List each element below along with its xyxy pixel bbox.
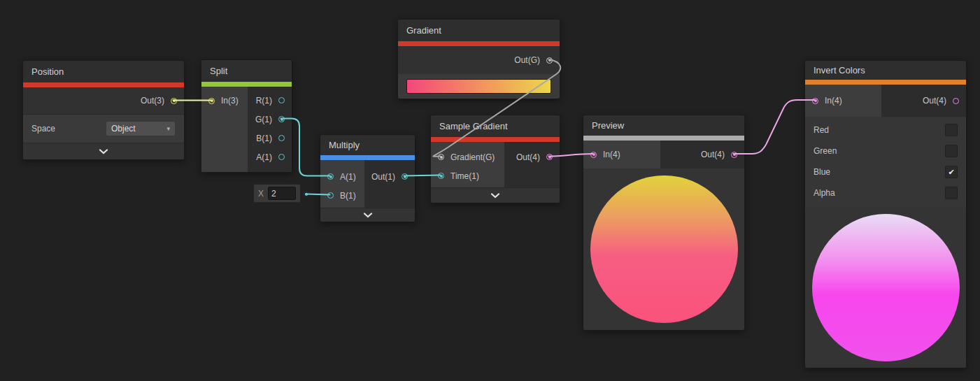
collapse-chevron-icon: [490, 193, 500, 199]
node-title: Position: [31, 66, 64, 77]
slot-label-r: R(1): [256, 96, 272, 106]
node-title-bar[interactable]: Preview: [583, 115, 744, 136]
port-preview-in[interactable]: [590, 152, 597, 158]
collapse-chevron-icon: [99, 149, 108, 154]
port-split-a[interactable]: [278, 154, 285, 160]
node-title-bar[interactable]: Position: [23, 61, 184, 82]
node-sample-gradient[interactable]: Sample Gradient Gradient(G) Time(1) Out(…: [430, 115, 560, 203]
node-invert-colors[interactable]: Invert Colors In(4) Out(4) Red ✔ Green: [804, 60, 967, 368]
port-invertcolors-in[interactable]: [812, 98, 818, 104]
dropdown-arrow-icon: ▾: [159, 125, 170, 132]
node-title: Sample Gradient: [439, 121, 508, 131]
collapse-footer[interactable]: [431, 187, 560, 203]
slot-label-g: G(1): [255, 115, 272, 124]
port-multiply-out[interactable]: [402, 173, 408, 180]
blue-checkbox[interactable]: ✔: [945, 166, 958, 178]
multiply-b-inline-value: X: [253, 184, 301, 203]
node-accent-bar: [320, 155, 415, 160]
space-dropdown[interactable]: Object ▾: [106, 121, 176, 136]
port-samplegradient-out[interactable]: [546, 154, 553, 160]
port-multiply-b[interactable]: [327, 192, 334, 199]
node-gradient[interactable]: Gradient Out(G): [397, 19, 560, 99]
slot-label-outg: Out(G): [514, 55, 540, 65]
node-accent-bar: [23, 82, 184, 87]
port-samplegradient-gradient[interactable]: [438, 154, 444, 160]
port-position-out[interactable]: [171, 98, 177, 104]
port-split-g[interactable]: [278, 116, 285, 122]
preview-sphere-image: [812, 214, 960, 361]
node-accent-bar: [431, 137, 560, 142]
channel-row-red: Red ✔: [805, 120, 966, 141]
node-position[interactable]: Position Out(3) Space Object ▾: [22, 60, 185, 160]
collapse-chevron-icon: [363, 213, 373, 218]
port-split-b[interactable]: [278, 135, 285, 141]
node-title-bar[interactable]: Split: [201, 60, 292, 82]
port-split-in[interactable]: [208, 98, 215, 104]
node-title: Split: [210, 66, 227, 76]
red-checkbox[interactable]: ✔: [945, 124, 958, 136]
slot-label-in4: In(4): [603, 150, 620, 159]
node-title-bar[interactable]: Invert Colors: [805, 61, 966, 80]
port-gradient-out[interactable]: [546, 57, 553, 64]
node-accent-bar: [583, 136, 744, 141]
node-title: Preview: [592, 120, 624, 131]
preview-sphere-image: [590, 175, 738, 323]
alpha-checkbox[interactable]: ✔: [945, 187, 958, 199]
slot-label-out4: Out(4): [701, 150, 725, 159]
channel-row-alpha: Alpha ✔: [805, 182, 966, 203]
checkmark-icon: ✔: [948, 168, 954, 176]
slot-label-a: A(1): [256, 152, 272, 162]
channel-label: Blue: [814, 167, 830, 177]
node-accent-bar: [805, 80, 966, 85]
slot-label-out4: Out(4): [516, 152, 540, 162]
node-title-bar[interactable]: Gradient: [398, 20, 560, 41]
green-checkbox[interactable]: ✔: [945, 145, 958, 157]
node-split[interactable]: Split In(3) R(1) G(1) B(1) A(1): [201, 59, 292, 173]
inline-value-connector-dot: [303, 191, 309, 197]
node-title-bar[interactable]: Sample Gradient: [431, 115, 560, 137]
port-samplegradient-time[interactable]: [438, 173, 444, 179]
node-title: Gradient: [406, 25, 441, 36]
space-dropdown-value: Object: [111, 124, 136, 134]
space-label: Space: [31, 124, 55, 134]
node-accent-bar: [398, 41, 560, 46]
slot-label-time1: Time(1): [450, 171, 479, 181]
node-accent-bar: [201, 82, 292, 87]
gradient-preview-strip[interactable]: [406, 79, 551, 94]
node-title: Multiply: [329, 140, 360, 150]
port-invertcolors-out[interactable]: [953, 98, 959, 104]
collapse-footer[interactable]: [320, 208, 415, 222]
x-field-label: X: [258, 189, 264, 199]
slot-label-b1: B(1): [340, 191, 356, 201]
channel-label: Red: [814, 125, 829, 135]
slot-label-b: B(1): [256, 134, 272, 143]
port-multiply-a[interactable]: [327, 173, 334, 180]
x-value-input[interactable]: [268, 187, 296, 200]
slot-label-in3: In(3): [221, 96, 239, 106]
node-title-bar[interactable]: Multiply: [320, 135, 415, 155]
node-preview[interactable]: Preview In(4) Out(4): [583, 115, 745, 331]
slot-label-out3: Out(3): [141, 96, 164, 106]
slot-label-gradientg: Gradient(G): [450, 152, 495, 162]
wire-preview-to-invert-colors[interactable]: [734, 100, 815, 154]
slot-label-out1: Out(1): [371, 172, 395, 182]
port-split-r[interactable]: [278, 97, 285, 103]
port-preview-out[interactable]: [731, 152, 737, 158]
node-title: Invert Colors: [814, 65, 865, 76]
channel-row-green: Green ✔: [805, 141, 966, 161]
collapse-footer[interactable]: [23, 143, 184, 159]
slot-label-in4: In(4): [825, 96, 842, 106]
slot-label-out4: Out(4): [923, 96, 946, 106]
channel-label: Alpha: [814, 188, 835, 198]
node-multiply[interactable]: Multiply A(1) B(1) Out(1): [320, 134, 416, 222]
channel-label: Green: [814, 146, 837, 156]
channel-row-blue: Blue ✔: [805, 161, 966, 182]
slot-label-a1: A(1): [340, 172, 356, 182]
